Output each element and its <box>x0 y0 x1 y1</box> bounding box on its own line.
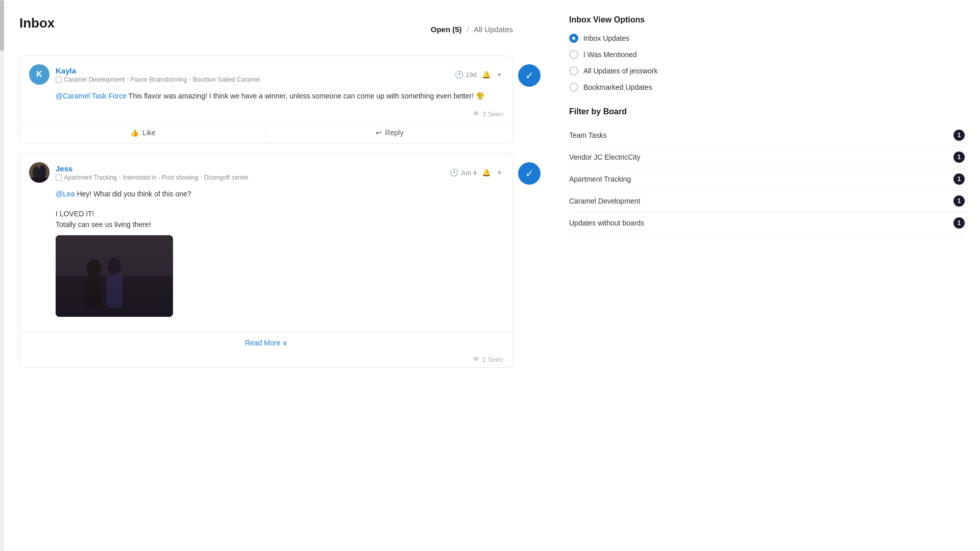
radio-circle-mentioned <box>569 50 578 59</box>
filter-separator: / <box>467 25 469 34</box>
board-name-team-tasks: Team Tasks <box>569 131 607 139</box>
board-name-no-boards: Updates without boards <box>569 219 644 227</box>
svg-rect-3 <box>29 178 50 183</box>
card-kayla-time: 🕐 19d <box>455 70 477 79</box>
board-name-apartment: Apartment Tracking <box>569 175 631 183</box>
board-item-team-tasks[interactable]: Team Tasks 1 <box>569 124 965 146</box>
breadcrumb-jess-arrow1: › <box>119 174 120 180</box>
board-badge-apartment: 1 <box>953 173 965 185</box>
open-label: Open (5) <box>431 25 462 34</box>
card-kayla-meta: 🕐 19d 🔔 ▾ <box>455 69 503 80</box>
card-kayla-seen: 👁 3 Seen <box>20 108 512 122</box>
card-kayla-header: K Kayla Caramel Development › Flavor Bra… <box>20 56 512 89</box>
scrollbar-thumb[interactable] <box>0 0 4 51</box>
radio-bookmarked[interactable]: Bookmarked Updates <box>569 83 965 92</box>
page-title: Inbox <box>19 15 55 31</box>
breadcrumb-sub2: Bourbon Salted Caramel <box>193 76 260 83</box>
breadcrumb-board: Caramel Development <box>64 76 125 83</box>
time-label-jess: Jun 4 <box>460 169 477 177</box>
board-badge-caramel: 1 <box>953 195 965 207</box>
radio-circle-inbox <box>569 34 578 43</box>
svg-point-2 <box>39 165 46 180</box>
dropdown-kayla[interactable]: ▾ <box>496 69 503 80</box>
breadcrumb-arrow1: › <box>127 77 128 82</box>
mention-jess[interactable]: @Lea <box>56 190 75 198</box>
board-item-apartment[interactable]: Apartment Tracking 1 <box>569 168 965 190</box>
card-kayla-text: @Caramel Task Force This flavor was amaz… <box>56 91 503 102</box>
board-item-no-boards[interactable]: Updates without boards 1 <box>569 212 965 234</box>
card-image-jess <box>56 235 173 317</box>
bell-icon-kayla[interactable]: 🔔 <box>482 70 491 79</box>
card-jess-text3: I LOVED IT! <box>56 209 503 219</box>
author-jess[interactable]: Jess <box>56 164 444 173</box>
seen-count-jess: 2 Seen <box>482 356 503 363</box>
read-more-jess[interactable]: Read More ∨ <box>20 332 512 353</box>
board-item-vendor[interactable]: Vendor JC ElectricCity 1 <box>569 146 965 168</box>
avatar-jess <box>29 162 50 183</box>
check-circle-kayla[interactable]: ✓ <box>518 64 541 87</box>
card-jess-header: Jess Apartment Tracking › Interested in … <box>20 154 512 187</box>
card-jess: Jess Apartment Tracking › Interested in … <box>19 154 513 368</box>
radio-inbox-updates[interactable]: Inbox Updates <box>569 34 965 43</box>
mention-kayla[interactable]: @Caramel Task Force <box>56 92 127 100</box>
board-name-vendor: Vendor JC ElectricCity <box>569 153 640 161</box>
breadcrumb-kayla: Caramel Development › Flavor Brainstormi… <box>56 76 449 83</box>
breadcrumb-jess-arrow2: › <box>200 174 202 180</box>
card-kayla-info: Kayla Caramel Development › Flavor Brain… <box>56 66 449 83</box>
breadcrumb-jess: Apartment Tracking › Interested in - Pos… <box>56 174 444 181</box>
radio-circle-bookmarked <box>569 83 578 92</box>
jess-text-line1: Hey! What did you think of this one? <box>75 190 191 198</box>
radio-label-inbox: Inbox Updates <box>583 34 629 42</box>
eye-icon-jess: 👁 <box>473 355 480 363</box>
breadcrumb-arrow2: › <box>189 77 190 82</box>
view-options: Inbox View Options Inbox Updates I Was M… <box>569 15 965 92</box>
card-kayla: K Kayla Caramel Development › Flavor Bra… <box>19 56 513 143</box>
clock-icon: 🕐 <box>455 70 463 79</box>
avatar-jess-inner <box>29 162 50 183</box>
like-icon: 👍 <box>130 129 139 137</box>
board-name-caramel: Caramel Development <box>569 197 640 205</box>
radio-i-was-mentioned[interactable]: I Was Mentioned <box>569 50 965 59</box>
card-jess-info: Jess Apartment Tracking › Interested in … <box>56 164 444 181</box>
card-jess-body: @Lea Hey! What did you think of this one… <box>20 187 512 328</box>
filter-board-title: Filter by Board <box>569 107 965 116</box>
dropdown-jess[interactable]: ▾ <box>496 167 503 178</box>
board-badge-vendor: 1 <box>953 152 965 163</box>
clock-icon-jess: 🕐 <box>450 168 458 177</box>
header-row: Inbox Open (5) / All Updates <box>19 15 513 43</box>
avatar-kayla: K <box>29 64 50 85</box>
board-badge-no-boards: 1 <box>953 217 965 229</box>
card-kayla-actions: 👍 Like ↩ Reply <box>20 122 512 143</box>
breadcrumb-jess-sub1: Interested in - Post showing <box>122 174 198 181</box>
radio-label-mentioned: I Was Mentioned <box>583 51 637 59</box>
filter-bar: Open (5) / All Updates <box>431 25 513 34</box>
breadcrumb-sub1: Flavor Brainstorming <box>131 76 187 83</box>
card-jess-text1: @Lea Hey! What did you think of this one… <box>56 189 503 199</box>
radio-all-updates[interactable]: All Updates of jesswork <box>569 66 965 76</box>
board-icon-jess <box>56 174 62 181</box>
view-options-title: Inbox View Options <box>569 15 965 24</box>
like-button-kayla[interactable]: 👍 Like <box>20 122 266 143</box>
breadcrumb-jess-sub2: Dizengoff center <box>204 174 249 181</box>
seen-count-kayla: 3 Seen <box>482 110 503 118</box>
radio-label-all: All Updates of jesswork <box>583 67 658 75</box>
card-kayla-body: @Caramel Task Force This flavor was amaz… <box>20 89 512 108</box>
reply-icon: ↩ <box>376 129 382 137</box>
main-wrapper: Inbox Open (5) / All Updates K Kayla Car… <box>0 0 554 551</box>
board-icon <box>56 77 62 83</box>
main-content: Inbox Open (5) / All Updates K Kayla Car… <box>4 0 554 551</box>
reply-button-kayla[interactable]: ↩ Reply <box>266 122 512 143</box>
right-sidebar: Inbox View Options Inbox Updates I Was M… <box>554 0 980 551</box>
card-jess-time: 🕐 Jun 4 <box>450 168 477 177</box>
check-circle-jess[interactable]: ✓ <box>518 162 541 185</box>
bell-icon-jess[interactable]: 🔔 <box>482 168 491 177</box>
scrollbar[interactable] <box>0 0 4 551</box>
eye-icon-kayla: 👁 <box>473 110 480 118</box>
radio-label-bookmarked: Bookmarked Updates <box>583 83 652 91</box>
author-kayla[interactable]: Kayla <box>56 66 449 75</box>
board-badge-team-tasks: 1 <box>953 130 965 141</box>
all-updates-label: All Updates <box>474 25 513 34</box>
card-jess-seen: 👁 2 Seen <box>20 353 512 367</box>
board-item-caramel[interactable]: Caramel Development 1 <box>569 190 965 212</box>
read-more-label: Read More ∨ <box>245 339 287 347</box>
